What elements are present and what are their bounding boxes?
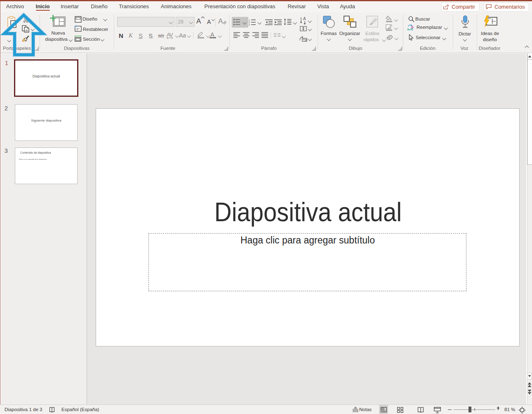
svg-text:c: c bbox=[411, 27, 413, 31]
svg-text:3: 3 bbox=[249, 23, 250, 26]
svg-text:A: A bbox=[303, 16, 306, 21]
